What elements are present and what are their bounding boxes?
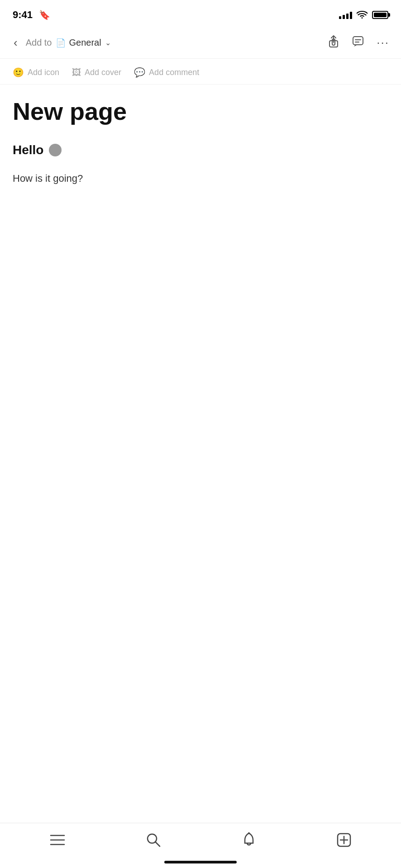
add-icon xyxy=(337,833,351,850)
back-button[interactable]: ‹ xyxy=(10,34,21,52)
comment-button[interactable] xyxy=(350,34,366,52)
share-button[interactable] xyxy=(326,33,341,52)
bell-icon xyxy=(242,832,256,851)
svg-line-9 xyxy=(155,842,160,846)
toolbar-row: 🙂 Add icon 🖼 Add cover 💬 Add comment xyxy=(0,59,401,85)
breadcrumb: Add to 📄 General ⌄ xyxy=(26,38,111,48)
drag-handle[interactable] xyxy=(49,144,62,156)
nav-right: ··· xyxy=(326,33,391,52)
comment-icon: 💬 xyxy=(134,67,145,78)
svg-rect-2 xyxy=(353,37,363,45)
search-icon xyxy=(146,833,161,850)
chevron-down-icon[interactable]: ⌄ xyxy=(105,38,111,47)
nav-notifications-button[interactable] xyxy=(233,828,265,855)
nav-left: ‹ Add to 📄 General ⌄ xyxy=(10,34,111,52)
home-indicator xyxy=(164,861,237,863)
image-icon: 🖼 xyxy=(72,67,81,78)
nav-bar: ‹ Add to 📄 General ⌄ ··· xyxy=(0,27,401,59)
add-to-label: Add to xyxy=(26,38,52,48)
bookmark-icon: 🔖 xyxy=(39,9,50,20)
add-cover-button[interactable]: 🖼 Add cover xyxy=(72,67,121,78)
block-heading[interactable]: Hello xyxy=(13,143,388,157)
list-icon xyxy=(50,833,65,850)
add-cover-label: Add cover xyxy=(85,68,121,77)
battery-icon xyxy=(372,11,388,19)
wifi-icon xyxy=(357,11,368,19)
nav-search-button[interactable] xyxy=(137,828,170,855)
add-comment-button[interactable]: 💬 Add comment xyxy=(134,67,199,78)
more-options-button[interactable]: ··· xyxy=(375,34,391,52)
page-title[interactable]: New page xyxy=(13,98,388,125)
nav-list-button[interactable] xyxy=(41,829,74,854)
workspace-name: General xyxy=(69,38,101,48)
status-bar: 9:41 🔖 xyxy=(0,0,401,27)
heading-text: Hello xyxy=(13,143,43,157)
add-icon-button[interactable]: 🙂 Add icon xyxy=(13,67,59,78)
emoji-icon: 🙂 xyxy=(13,67,24,78)
status-icons xyxy=(339,11,388,19)
page-content: New page Hello How is it going? xyxy=(0,85,401,208)
add-icon-label: Add icon xyxy=(28,68,59,77)
nav-new-page-button[interactable] xyxy=(328,828,360,855)
status-time: 9:41 xyxy=(13,9,33,21)
signal-strength-icon xyxy=(339,11,352,19)
add-comment-label: Add comment xyxy=(149,68,199,77)
block-paragraph[interactable]: How is it going? xyxy=(13,171,388,186)
page-icon: 📄 xyxy=(56,38,66,48)
